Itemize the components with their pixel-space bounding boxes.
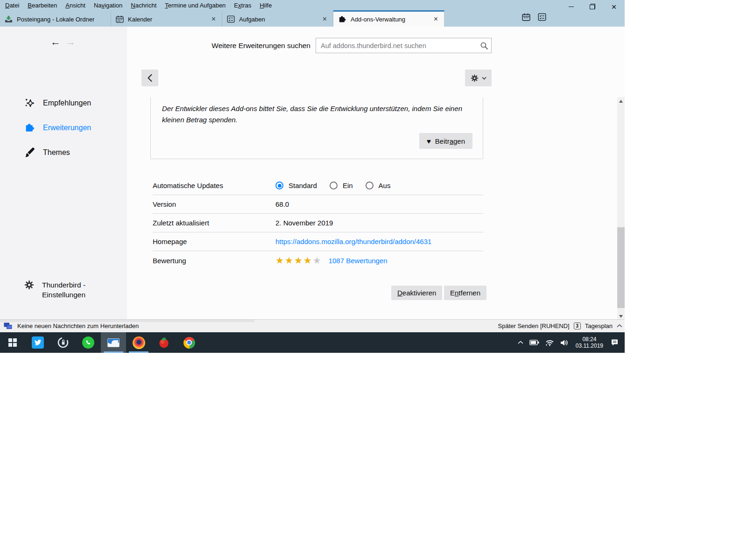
taskbar-whatsapp[interactable]: [76, 332, 101, 353]
row-automatic-updates: Automatische Updates Standard Ein Aus: [153, 176, 483, 195]
wifi-icon[interactable]: [545, 339, 554, 346]
star-icon: ★: [313, 255, 322, 266]
system-tray: 08:24 03.11.2019: [518, 336, 625, 349]
addon-detail-pane: Weitere Erweiterungen suchen Der Entwick…: [127, 27, 625, 320]
calendar-quick-icon[interactable]: [522, 13, 530, 21]
chevron-up-icon[interactable]: [617, 324, 622, 328]
tab-close-icon[interactable]: ×: [321, 15, 328, 23]
menu-nachricht[interactable]: Nachricht: [127, 0, 161, 10]
minimize-icon: [569, 7, 574, 7]
tasks-icon: [227, 15, 235, 23]
network-monitors-icon: [4, 322, 13, 330]
scrollbar-thumb[interactable]: [617, 227, 625, 308]
row-homepage: Homepage https://addons.mozilla.org/thun…: [153, 232, 483, 251]
status-message-area: Keine neuen Nachrichten zum Herunterlade…: [4, 322, 139, 330]
radio-standard[interactable]: Standard: [275, 182, 317, 189]
remove-label: Entfernen: [450, 289, 480, 297]
radio-icon[interactable]: [330, 182, 338, 189]
contribute-label: Beitragen: [435, 137, 465, 145]
action-center-icon[interactable]: [611, 339, 619, 346]
detail-back-button[interactable]: [141, 70, 158, 86]
today-pane-icon[interactable]: 3: [574, 322, 581, 329]
reviews-link[interactable]: 1087 Bewertungen: [329, 257, 388, 265]
deactivate-label: Deaktivieren: [397, 289, 436, 297]
tab-addons-verwaltung[interactable]: Add-ons-Verwaltung ×: [333, 10, 444, 27]
scroll-up-button[interactable]: [617, 97, 625, 105]
menu-ansicht[interactable]: Ansicht: [61, 0, 90, 10]
sidebar-item-label: Empfehlungen: [43, 99, 91, 107]
tab-aufgaben[interactable]: Aufgaben ×: [222, 10, 333, 27]
speaker-icon[interactable]: [560, 339, 568, 346]
sidebar-item-themes[interactable]: Themes: [0, 140, 127, 165]
auto-updates-radio-group: Standard Ein Aus: [275, 182, 403, 189]
developer-note-card: Der Entwickler dieses Add-ons bittet Sie…: [150, 97, 483, 159]
menu-navigation[interactable]: Navigation: [90, 0, 127, 10]
taskbar-thunderbird[interactable]: [101, 332, 126, 353]
tab-kalender[interactable]: Kalender ×: [111, 10, 222, 27]
sidebar-item-settings[interactable]: Thunderbird - Einstellungen: [24, 280, 104, 300]
sidebar-item-empfehlungen[interactable]: Empfehlungen: [0, 91, 127, 115]
tab-close-icon[interactable]: ×: [432, 15, 439, 23]
taskbar-chrome[interactable]: [176, 332, 202, 353]
windows-logo-icon: [8, 338, 17, 347]
gear-icon: [471, 74, 479, 82]
menu-bearbeiten[interactable]: Bearbeiten: [23, 0, 61, 10]
row-last-updated: Zuletzt aktualisiert 2. November 2019: [153, 214, 483, 232]
tray-clock[interactable]: 08:24 03.11.2019: [574, 336, 605, 349]
desktop-screenshot: Datei Bearbeiten Ansicht Navigation Nach…: [0, 0, 747, 560]
menu-bar: Datei Bearbeiten Ansicht Navigation Nach…: [1, 0, 276, 10]
tomato-icon: [158, 336, 170, 349]
vertical-scrollbar[interactable]: [617, 97, 625, 320]
forward-arrow-icon: →: [65, 36, 76, 48]
whatsapp-icon: [82, 336, 94, 349]
battery-icon[interactable]: [529, 340, 539, 345]
sidebar-item-erweiterungen[interactable]: Erweiterungen: [0, 115, 127, 140]
radio-label: Ein: [343, 182, 353, 189]
status-message: Keine neuen Nachrichten zum Herunterlade…: [17, 322, 139, 329]
windows-taskbar: 08:24 03.11.2019: [0, 332, 625, 353]
deactivate-button[interactable]: Deaktivieren: [391, 286, 442, 300]
addons-search-input[interactable]: [316, 38, 492, 53]
row-label: Bewertung: [153, 257, 275, 265]
menu-datei[interactable]: Datei: [1, 0, 23, 10]
gear-icon: [24, 280, 34, 290]
tab-label: Posteingang - Lokale Ordner: [17, 16, 94, 23]
firefox-icon: [133, 336, 145, 349]
star-icon: ★: [294, 255, 303, 266]
tab-label: Add-ons-Verwaltung: [351, 16, 405, 23]
menu-extras[interactable]: Extras: [230, 0, 255, 10]
menu-hilfe[interactable]: Hilfe: [255, 0, 276, 10]
radio-icon[interactable]: [275, 182, 283, 189]
version-value: 68.0: [275, 200, 289, 208]
tray-chevron-up-icon[interactable]: [518, 341, 523, 344]
taskbar-firefox[interactable]: [126, 332, 151, 353]
taskbar-tomato-app[interactable]: [151, 332, 176, 353]
taskbar-g-lock-app[interactable]: [50, 332, 76, 353]
tab-posteingang[interactable]: Posteingang - Lokale Ordner: [0, 10, 111, 27]
radio-icon[interactable]: [366, 182, 374, 189]
quick-toolbar: [522, 13, 546, 21]
addon-options-button[interactable]: [465, 70, 492, 86]
radio-ein[interactable]: Ein: [330, 182, 353, 189]
contribute-button[interactable]: ♥ Beitragen: [419, 133, 472, 149]
taskbar-twitter[interactable]: [25, 332, 50, 353]
clock-time: 08:24: [576, 336, 603, 343]
radio-aus[interactable]: Aus: [366, 182, 391, 189]
search-field-wrap: [316, 38, 492, 53]
chrome-icon: [183, 337, 195, 349]
chevron-left-icon: [147, 73, 153, 83]
restore-icon: [590, 4, 595, 9]
menu-termine-und-aufgaben[interactable]: Termine und Aufgaben: [161, 0, 230, 10]
tab-close-icon[interactable]: ×: [210, 15, 217, 23]
today-pane-label[interactable]: Tagesplan: [585, 322, 613, 329]
developer-note-text: Der Entwickler dieses Add-ons bittet Sie…: [151, 97, 473, 125]
back-arrow-icon[interactable]: ←: [50, 36, 61, 48]
homepage-link[interactable]: https://addons.mozilla.org/thunderbird/a…: [275, 238, 431, 245]
row-label: Version: [153, 200, 275, 208]
taskbar-apps: [0, 332, 202, 353]
chevron-down-icon: [482, 77, 486, 80]
start-button[interactable]: [0, 332, 25, 353]
tasks-quick-icon[interactable]: [538, 13, 546, 21]
remove-button[interactable]: Entfernen: [444, 286, 486, 300]
tab-label: Aufgaben: [239, 16, 265, 23]
